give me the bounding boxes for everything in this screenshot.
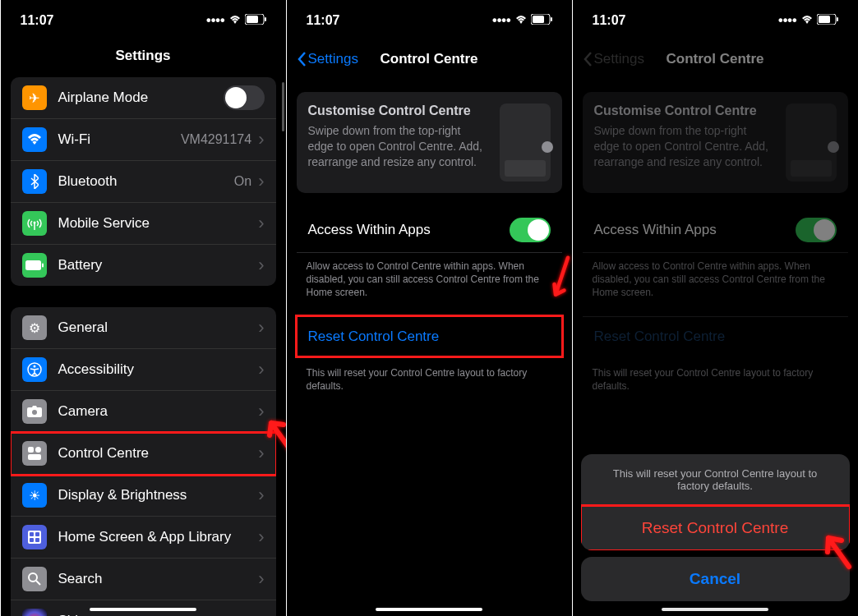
gear-icon: ⚙ [22, 315, 47, 340]
phone-screen-3: 11:07 •••• Settings Control Centre Custo… [573, 0, 858, 616]
cellular-icon: •••• [492, 13, 510, 28]
settings-title: Settings [1, 41, 286, 77]
row-display-brightness[interactable]: ☀ Display & Brightness › [11, 475, 276, 517]
dimmed-background: Settings Control Centre Customise Contro… [573, 41, 858, 399]
row-label: Home Screen & App Library [58, 529, 252, 545]
row-label: Camera [58, 403, 252, 420]
camera-icon [22, 399, 47, 424]
status-bar: 11:07 •••• [1, 0, 286, 41]
card-title: Customise Control Centre [594, 103, 774, 118]
wifi-icon [228, 13, 242, 28]
reset-label: Reset Control Centre [594, 329, 726, 344]
airplane-toggle[interactable] [224, 85, 265, 110]
row-camera[interactable]: Camera › [11, 391, 276, 433]
row-general[interactable]: ⚙ General › [11, 307, 276, 349]
access-section: Access Within Apps [583, 208, 848, 253]
row-control-centre[interactable]: Control Centre › [11, 433, 276, 475]
row-battery[interactable]: Battery › [11, 245, 276, 286]
wifi-icon [800, 13, 814, 28]
chevron-right-icon: › [258, 610, 264, 616]
sheet-cancel-button[interactable]: Cancel [581, 557, 850, 601]
chevron-left-icon [583, 51, 593, 67]
svg-point-3 [33, 222, 35, 224]
svg-rect-1 [247, 16, 258, 23]
row-mobile-service[interactable]: Mobile Service › [11, 203, 276, 245]
sheet-reset-button[interactable]: Reset Control Centre [581, 506, 850, 550]
reset-label: Reset Control Centre [308, 329, 440, 344]
accessibility-icon [22, 357, 47, 382]
row-bluetooth[interactable]: Bluetooth On › [11, 161, 276, 203]
chevron-right-icon: › [258, 443, 264, 464]
svg-rect-16 [30, 538, 34, 542]
customise-card: Customise Control Centre Swipe down from… [583, 92, 848, 193]
wifi-icon [22, 127, 47, 152]
cellular-icon: •••• [206, 13, 224, 28]
battery-icon [245, 13, 266, 28]
svg-rect-15 [35, 532, 39, 536]
row-label: Control Centre [58, 445, 252, 462]
access-footer: Allow access to Control Centre within ap… [287, 253, 572, 306]
svg-rect-14 [30, 532, 34, 536]
chevron-right-icon: › [258, 317, 264, 338]
sheet-group: This will reset your Control Centre layo… [581, 454, 850, 550]
row-label: Battery [58, 257, 252, 274]
svg-rect-12 [28, 454, 41, 460]
svg-point-7 [33, 365, 35, 368]
status-icons: •••• [206, 13, 265, 28]
row-airplane-mode[interactable]: ✈ Airplane Mode [11, 77, 276, 119]
chevron-right-icon: › [258, 255, 264, 276]
control-centre-icon [22, 441, 47, 466]
battery-icon [531, 13, 552, 28]
home-indicator[interactable] [90, 608, 196, 611]
row-label: General [58, 319, 252, 336]
phone-screen-2: 11:07 •••• Settings Control Centre Custo… [287, 0, 572, 616]
row-access-within-apps: Access Within Apps [297, 208, 562, 253]
action-sheet: This will reset your Control Centre layo… [581, 454, 850, 601]
wifi-icon [514, 13, 528, 28]
access-toggle[interactable] [510, 218, 551, 242]
row-search[interactable]: Search › [11, 559, 276, 600]
row-wifi[interactable]: Wi-Fi VM4291174 › [11, 119, 276, 161]
svg-rect-17 [35, 538, 39, 542]
nav-bar: Settings Control Centre [287, 41, 572, 77]
back-button: Settings [583, 51, 644, 67]
row-label: Accessibility [58, 361, 252, 378]
svg-rect-10 [28, 447, 34, 453]
reset-control-centre-row[interactable]: Reset Control Centre [297, 316, 562, 356]
row-home-screen[interactable]: Home Screen & App Library › [11, 517, 276, 559]
chevron-right-icon: › [258, 359, 264, 380]
home-screen-icon [22, 525, 47, 549]
reset-footer: This will reset your Control Centre layo… [287, 356, 572, 399]
row-label: Mobile Service [58, 215, 252, 232]
status-time: 11:07 [593, 13, 626, 28]
reset-footer: This will reset your Control Centre layo… [573, 356, 858, 399]
siri-icon [22, 609, 47, 616]
bluetooth-icon [22, 169, 47, 194]
home-indicator[interactable] [376, 608, 482, 611]
row-accessibility[interactable]: Accessibility › [11, 349, 276, 391]
chevron-right-icon: › [258, 526, 264, 548]
reset-section: Reset Control Centre [297, 316, 562, 356]
svg-rect-28 [819, 16, 830, 23]
access-label: Access Within Apps [594, 222, 717, 238]
row-value: VM4291174 [181, 132, 251, 147]
svg-rect-4 [25, 260, 41, 270]
svg-line-19 [36, 581, 40, 585]
back-button[interactable]: Settings [297, 51, 358, 67]
sheet-message: This will reset your Control Centre layo… [581, 454, 850, 506]
chevron-right-icon: › [258, 401, 264, 422]
scroll-indicator [282, 82, 284, 131]
customise-card[interactable]: Customise Control Centre Swipe down from… [297, 92, 562, 193]
settings-section-2: ⚙ General › Accessibility › Camera › [11, 307, 276, 616]
card-preview-icon [786, 103, 837, 182]
home-indicator[interactable] [662, 608, 768, 611]
svg-rect-5 [42, 264, 44, 268]
nav-title: Control Centre [381, 51, 478, 67]
status-time: 11:07 [307, 13, 340, 28]
chevron-right-icon: › [258, 213, 264, 234]
svg-rect-26 [551, 17, 552, 21]
chevron-left-icon [297, 51, 307, 67]
row-label: Search [58, 571, 252, 587]
status-icons: •••• [492, 13, 551, 28]
svg-rect-29 [837, 17, 838, 21]
